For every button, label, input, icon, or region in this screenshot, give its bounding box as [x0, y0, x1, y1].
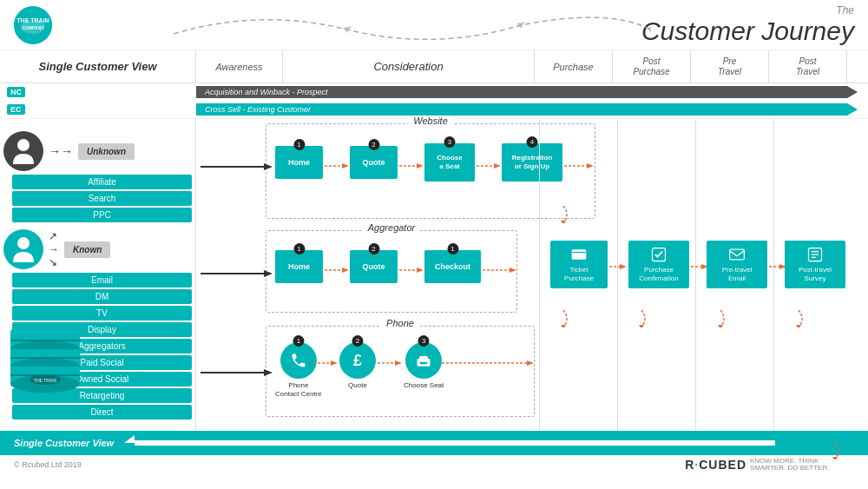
phone-step3: 3 Choose Seat — [404, 342, 444, 389]
phase-purchase: Purchase — [535, 50, 613, 83]
svg-marker-30 — [264, 163, 273, 170]
phase-awareness: Awareness — [196, 50, 283, 83]
bottom-orange-curl — [828, 442, 842, 459]
agg-checkout-num: 1 — [447, 243, 458, 254]
rcubed-label: R·CUBED — [685, 458, 746, 472]
agg-arrow-out — [483, 266, 517, 274]
post-purchase-arrow — [609, 262, 627, 271]
phone-step2-icon: 2 £ — [339, 342, 376, 379]
website-seat-box: 3 Choosea Seat — [424, 143, 475, 182]
website-home-box: 1 Home — [275, 146, 323, 179]
agg-home-box: 1 Home — [275, 250, 323, 283]
known-user-section: ↗ → ↘ Known — [3, 229, 192, 269]
svg-text:COMPANY: COMPANY — [22, 25, 44, 30]
ec-arrow-text: Cross Sell - Existing Customer — [196, 105, 311, 114]
known-user-icon — [3, 229, 43, 269]
copyright: © Rcubed Ltd 2019 — [14, 460, 82, 469]
logo-circle: THE TRAIN COMPANY — [14, 6, 52, 44]
pre-travel-box: Pre-travelEmail — [707, 241, 767, 288]
orange-curl-1 — [556, 206, 570, 223]
svg-marker-70 — [796, 325, 801, 327]
orange-curl-5 — [792, 310, 806, 327]
agg-checkout-label: Checkout — [435, 262, 470, 271]
main-flow: →→ Unknown Affiliate Search PPC ↗ → ↘ K — [0, 118, 868, 431]
channel-direct: Direct — [12, 405, 192, 420]
svg-text:THE TRAIN: THE TRAIN — [34, 378, 57, 383]
purchase-confirm-box: PurchaseConfirmation — [628, 241, 689, 288]
svg-rect-45 — [418, 364, 431, 367]
decorative-dashes — [174, 3, 651, 47]
svg-rect-53 — [574, 254, 580, 256]
channel-search: Search — [12, 191, 192, 206]
svg-point-8 — [17, 237, 30, 249]
svg-marker-4 — [343, 26, 352, 33]
phone-step3-num: 3 — [418, 335, 430, 347]
aggregator-section: Aggregator 1 Home 2 Quote 1 Checkout — [266, 230, 517, 313]
main-title: Customer Journey — [641, 17, 854, 45]
phase-post-purchase: PostPurchase — [613, 50, 691, 83]
nc-badge: NC — [7, 87, 25, 97]
post-travel-label: Post-travelSurvey — [799, 266, 832, 282]
website-label: Website — [408, 116, 453, 126]
phase-pre-travel: PreTravel — [691, 50, 769, 83]
website-seat-label: Choosea Seat — [437, 154, 462, 170]
website-register-num: 4 — [527, 136, 538, 148]
database-icon: THE TRAIN — [9, 323, 82, 405]
known-to-phone-arrow — [196, 364, 276, 381]
svg-marker-42 — [395, 360, 402, 366]
svg-marker-38 — [264, 270, 273, 277]
phone-label: Phone — [381, 318, 419, 328]
website-register-box: 4 Registrationor Sign Up — [502, 143, 562, 182]
phone-step2-label: Quote — [348, 381, 367, 389]
agg-quote-num: 2 — [368, 243, 379, 254]
phone-step2-pound: £ — [353, 352, 362, 370]
phone-step2-num: 2 — [352, 335, 364, 347]
phone-arrow-out — [442, 359, 534, 367]
phone-step3-label: Choose Seat — [404, 381, 444, 389]
svg-rect-59 — [730, 250, 745, 261]
svg-marker-22 — [342, 163, 349, 169]
phase-single-customer-view: Single Customer View — [0, 50, 196, 83]
phone-section: Phone 1 PhoneContact Centre 2 £ — [266, 326, 535, 417]
svg-marker-28 — [587, 163, 594, 169]
svg-marker-71 — [124, 435, 135, 443]
website-quote-box: 2 Quote — [350, 146, 398, 179]
website-arrow-1 — [325, 162, 349, 170]
agg-home-label: Home — [288, 262, 310, 271]
svg-marker-50 — [264, 369, 273, 376]
known-label: Known — [64, 241, 110, 258]
website-arrow-3 — [477, 162, 501, 170]
divider-pre-travel — [695, 119, 696, 431]
agg-quote-label: Quote — [363, 262, 385, 271]
channel-affiliate: Affiliate — [12, 175, 192, 189]
svg-marker-5 — [516, 22, 525, 29]
phone-arrow-1 — [313, 359, 338, 367]
website-arrow-2 — [399, 162, 424, 170]
svg-marker-32 — [342, 268, 349, 273]
ticket-purchase-label: TicketPurchase — [564, 266, 594, 282]
known-to-agg-arrow — [196, 265, 276, 282]
website-section: Website 1 Home 2 Quote 3 Ch — [266, 123, 595, 219]
ec-badge: EC — [7, 104, 25, 115]
website-home-num: 1 — [293, 139, 305, 150]
logo-area: THE TRAIN COMPANY — [14, 6, 52, 44]
divider-purchase — [539, 119, 540, 431]
arrow-icon: →→ — [49, 144, 73, 158]
unknown-label: Unknown — [78, 143, 135, 160]
svg-point-7 — [17, 139, 30, 151]
bottom-scv-label: Single Customer View — [14, 438, 114, 448]
nc-arrow-row: NC Acquisition and Winback - Prospect — [0, 83, 868, 101]
svg-marker-66 — [561, 221, 566, 223]
phone-step3-icon: 3 — [405, 342, 442, 379]
orange-curl-3 — [635, 310, 648, 327]
website-register-label: Registrationor Sign Up — [512, 154, 553, 170]
agg-home-num: 1 — [293, 243, 305, 254]
agg-checkout-box: 1 Checkout — [424, 250, 481, 283]
orange-curl-2 — [556, 310, 570, 327]
footer: © Rcubed Ltd 2019 R·CUBED KNOW MORE. THI… — [0, 455, 868, 472]
purchase-confirm-label: PurchaseConfirmation — [639, 266, 678, 282]
ec-arrow-bar: Cross Sell - Existing Customer — [196, 103, 847, 116]
svg-marker-40 — [331, 360, 338, 366]
unknown-to-website-arrow — [196, 158, 276, 175]
svg-marker-48 — [527, 360, 534, 366]
